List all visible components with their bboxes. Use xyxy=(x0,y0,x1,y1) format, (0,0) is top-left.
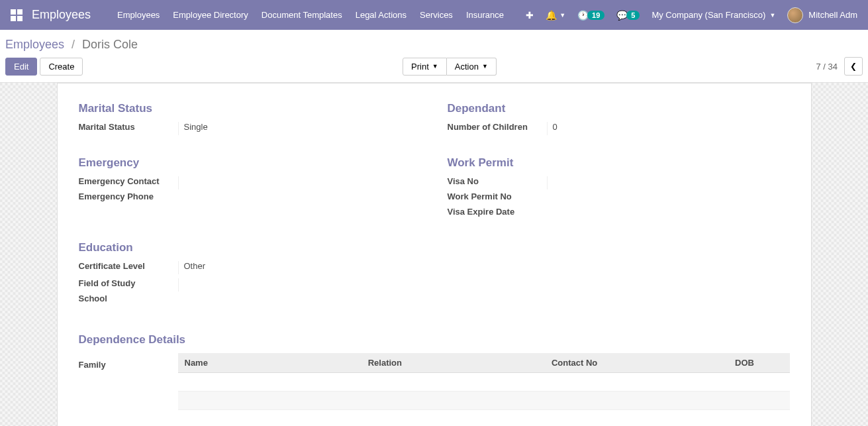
breadcrumb-current: Doris Cole xyxy=(82,38,138,51)
action-button[interactable]: Action▼ xyxy=(447,58,497,76)
marital-status-label: Marital Status xyxy=(79,122,178,135)
user-name: Mitchell Adm xyxy=(808,10,857,20)
school-value xyxy=(178,293,421,307)
app-title[interactable]: Employees xyxy=(32,8,91,22)
user-menu[interactable]: Mitchell Adm xyxy=(787,7,857,23)
family-label: Family xyxy=(79,353,178,370)
family-th-name[interactable]: Name xyxy=(178,353,362,373)
family-cell xyxy=(362,392,545,410)
work-permit-title: Work Permit xyxy=(448,156,790,170)
form-container: Marital Status Marital Status Single Dep… xyxy=(0,83,868,426)
visa-expire-value xyxy=(547,207,790,220)
breadcrumb: Employees / Doris Cole xyxy=(5,38,138,51)
emergency-contact-value xyxy=(178,176,421,189)
visa-no-label: Visa No xyxy=(448,176,547,189)
family-cell xyxy=(362,373,545,392)
navbar-menu: Employees Employee Directory Document Te… xyxy=(117,10,526,20)
menu-legal-actions[interactable]: Legal Actions xyxy=(356,10,407,20)
work-permit-no-label: Work Permit No xyxy=(448,191,547,205)
emergency-phone-value xyxy=(178,191,421,205)
education-title: Education xyxy=(79,241,421,254)
messages-icon[interactable]: 💬5 xyxy=(616,10,640,21)
family-cell xyxy=(178,373,362,392)
family-cell xyxy=(728,373,789,392)
chevron-down-icon: ▼ xyxy=(482,63,488,70)
edit-button[interactable]: Edit xyxy=(5,58,37,76)
messages-badge: 5 xyxy=(626,11,640,20)
bell-icon[interactable]: 🔔▼ xyxy=(546,10,565,21)
emergency-contact-label: Emergency Contact xyxy=(79,176,178,189)
family-cell xyxy=(545,392,728,410)
menu-services[interactable]: Services xyxy=(420,10,453,20)
plus-icon[interactable]: ✚ xyxy=(526,10,534,21)
form-sheet: Marital Status Marital Status Single Dep… xyxy=(57,83,812,426)
field-of-study-label: Field of Study xyxy=(79,278,178,292)
visa-expire-label: Visa Expire Date xyxy=(448,207,547,220)
table-row[interactable] xyxy=(178,392,790,410)
marital-status-title: Marital Status xyxy=(79,102,421,115)
family-cell xyxy=(178,392,362,410)
menu-employee-directory[interactable]: Employee Directory xyxy=(173,10,248,20)
marital-status-value: Single xyxy=(178,122,421,135)
menu-document-templates[interactable]: Document Templates xyxy=(262,10,342,20)
dependence-details-title: Dependence Details xyxy=(79,333,790,346)
visa-no-value xyxy=(547,176,790,189)
emergency-title: Emergency xyxy=(79,156,421,170)
field-of-study-value xyxy=(178,278,421,292)
pager-prev-button[interactable]: ❮ xyxy=(844,57,863,76)
num-children-value: 0 xyxy=(547,122,790,135)
chevron-down-icon: ▼ xyxy=(432,63,438,70)
work-permit-no-value xyxy=(547,191,790,205)
main-navbar: Employees Employees Employee Directory D… xyxy=(0,0,868,30)
pager-text[interactable]: 7 / 34 xyxy=(816,62,838,72)
family-cell xyxy=(728,392,789,410)
activities-icon[interactable]: 🕐19 xyxy=(577,10,604,21)
family-th-contact[interactable]: Contact No xyxy=(545,353,728,373)
family-cell xyxy=(545,373,728,392)
create-button[interactable]: Create xyxy=(40,58,83,76)
print-button[interactable]: Print▼ xyxy=(403,58,447,76)
navbar-right: ✚ 🔔▼ 🕐19 💬5 My Company (San Francisco) ▼… xyxy=(526,7,857,23)
family-th-relation[interactable]: Relation xyxy=(362,353,545,373)
dependant-title: Dependant xyxy=(448,102,790,115)
family-table: Name Relation Contact No DOB xyxy=(178,353,790,410)
apps-icon[interactable] xyxy=(11,9,23,21)
chevron-down-icon: ▼ xyxy=(769,12,775,19)
breadcrumb-root[interactable]: Employees xyxy=(5,38,64,51)
certificate-level-label: Certificate Level xyxy=(79,261,178,274)
school-label: School xyxy=(79,293,178,307)
company-name: My Company (San Francisco) xyxy=(651,10,765,20)
emergency-phone-label: Emergency Phone xyxy=(79,191,178,205)
breadcrumb-separator: / xyxy=(72,38,75,51)
table-row[interactable] xyxy=(178,373,790,392)
control-panel: Employees / Doris Cole Edit Create Print… xyxy=(0,30,868,83)
certificate-level-value: Other xyxy=(178,261,421,274)
family-th-dob[interactable]: DOB xyxy=(728,353,789,373)
company-selector[interactable]: My Company (San Francisco) ▼ xyxy=(651,10,775,20)
print-label: Print xyxy=(411,62,429,72)
menu-employees[interactable]: Employees xyxy=(117,10,160,20)
action-label: Action xyxy=(455,62,479,72)
num-children-label: Number of Children xyxy=(448,122,547,135)
activities-badge: 19 xyxy=(587,11,604,20)
menu-insurance[interactable]: Insurance xyxy=(466,10,504,20)
avatar xyxy=(787,7,803,23)
